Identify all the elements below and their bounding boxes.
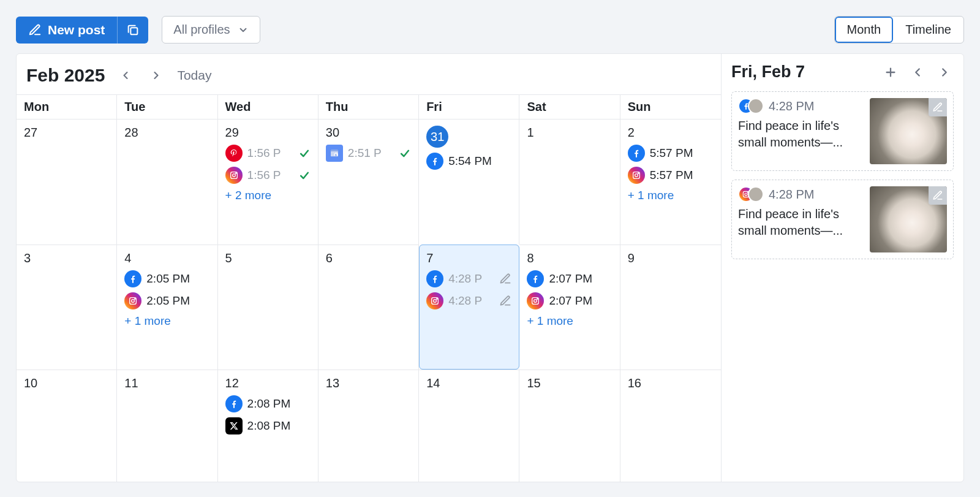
facebook-icon: [225, 395, 243, 412]
dow-label: Fri: [419, 94, 519, 119]
more-events-link[interactable]: + 1 more: [124, 314, 209, 328]
new-post-button[interactable]: New post: [16, 17, 117, 44]
day-cell[interactable]: 122:08 PM2:08 PM: [218, 370, 318, 482]
detail-next-day-button[interactable]: [935, 63, 954, 82]
day-cell[interactable]: 14: [419, 370, 519, 482]
facebook-icon: [426, 270, 443, 287]
calendar-event[interactable]: 2:07 PM: [527, 292, 612, 309]
plus-icon: [884, 66, 897, 79]
calendar-event[interactable]: 2:05 PM: [124, 270, 209, 287]
day-cell[interactable]: 82:07 PM2:07 PM+ 1 more: [519, 245, 620, 370]
day-cell[interactable]: 5: [218, 245, 318, 370]
day-number: 5: [225, 251, 232, 265]
event-time: 2:08 PM: [247, 397, 311, 411]
chevron-right-icon: [938, 66, 951, 79]
day-number: 6: [326, 251, 333, 265]
profiles-dropdown[interactable]: All profiles: [162, 16, 260, 44]
day-cell[interactable]: 28: [117, 119, 217, 245]
calendar-event[interactable]: 5:57 PM: [628, 145, 714, 162]
more-events-link[interactable]: + 1 more: [628, 189, 714, 202]
day-cell[interactable]: 25:57 PM5:57 PM+ 1 more: [620, 119, 721, 245]
post-text: Find peace in life's small moments—...: [738, 118, 864, 151]
chevron-right-icon: [150, 69, 162, 82]
day-cell[interactable]: 27: [17, 119, 117, 245]
add-post-button[interactable]: [881, 63, 900, 82]
edit-post-button[interactable]: [929, 186, 947, 205]
calendar-event[interactable]: 1:56 P: [225, 167, 311, 184]
dow-label: Mon: [17, 94, 117, 119]
calendar-event[interactable]: 4:28 P: [426, 270, 511, 287]
today-link[interactable]: Today: [177, 68, 211, 83]
calendar-event[interactable]: 4:28 P: [426, 292, 511, 309]
calendar-event[interactable]: 2:08 PM: [225, 417, 311, 434]
event-time: 5:57 PM: [650, 169, 714, 182]
pencil-icon: [499, 273, 511, 285]
next-month-button[interactable]: [146, 66, 166, 85]
chevron-left-icon: [911, 66, 924, 79]
edit-post-button[interactable]: [929, 98, 947, 116]
day-cell[interactable]: 16: [620, 370, 721, 482]
day-number: 9: [628, 251, 635, 265]
day-cell[interactable]: 42:05 PM2:05 PM+ 1 more: [117, 245, 217, 370]
more-events-link[interactable]: + 2 more: [225, 189, 311, 202]
event-time: 1:56 P: [247, 146, 293, 160]
day-number: 11: [124, 376, 138, 390]
day-cell[interactable]: 13: [318, 370, 419, 482]
calendar-event[interactable]: 5:54 PM: [426, 153, 511, 170]
new-post-more-button[interactable]: [117, 17, 148, 44]
day-cell[interactable]: 3: [17, 245, 117, 370]
prev-month-button[interactable]: [116, 66, 135, 85]
calendar-event[interactable]: G2:51 P: [326, 145, 411, 162]
toolbar: New post All profiles Month Timeline: [16, 16, 964, 44]
day-number: 15: [527, 376, 540, 390]
day-cell[interactable]: 10: [17, 370, 117, 482]
pencil-icon: [499, 295, 511, 307]
svg-point-22: [745, 193, 747, 195]
dow-label: Sat: [519, 94, 620, 119]
post-card[interactable]: 4:28 PM Find peace in life's small momen…: [731, 180, 954, 259]
facebook-icon: [124, 270, 141, 287]
day-number: 12: [225, 376, 239, 390]
x-icon: [225, 417, 243, 434]
calendar-event[interactable]: 2:08 PM: [225, 395, 311, 412]
avatar-icon: [748, 186, 764, 202]
day-cell[interactable]: 15: [519, 370, 620, 482]
post-card[interactable]: 4:28 PM Find peace in life's small momen…: [731, 91, 954, 171]
detail-prev-day-button[interactable]: [908, 63, 927, 82]
day-number: 4: [124, 251, 131, 265]
svg-point-8: [635, 174, 638, 177]
post-time: 4:28 PM: [769, 188, 814, 202]
svg-point-17: [534, 299, 537, 302]
dow-label: Thu: [318, 94, 419, 119]
day-number: 8: [527, 251, 533, 265]
calendar-event[interactable]: 2:07 PM: [527, 270, 612, 287]
event-time: 5:57 PM: [650, 146, 714, 160]
day-cell[interactable]: 11: [117, 370, 217, 482]
day-cell[interactable]: 291:56 P1:56 P+ 2 more: [218, 119, 318, 245]
svg-text:G: G: [335, 154, 337, 157]
day-cell[interactable]: 9: [620, 245, 721, 370]
svg-point-9: [638, 173, 638, 173]
calendar-event[interactable]: 5:57 PM: [628, 167, 714, 184]
day-cell[interactable]: 315:54 PM: [419, 119, 519, 245]
dow-label: Wed: [218, 94, 318, 119]
day-number: 27: [24, 126, 37, 140]
day-number: 3: [24, 251, 31, 265]
calendar-event[interactable]: 2:05 PM: [124, 292, 209, 309]
view-timeline-button[interactable]: Timeline: [893, 17, 963, 43]
day-cell[interactable]: 1: [519, 119, 620, 245]
pencil-icon: [28, 23, 42, 37]
post-text: Find peace in life's small moments—...: [738, 206, 864, 239]
day-cell[interactable]: 74:28 P4:28 P: [419, 245, 519, 370]
event-time: 2:05 PM: [146, 294, 209, 308]
day-cell[interactable]: 6: [318, 245, 419, 370]
event-time: 2:07 PM: [549, 272, 612, 286]
day-number: 10: [24, 376, 37, 390]
view-month-button[interactable]: Month: [835, 17, 894, 43]
calendar-event[interactable]: 1:56 P: [225, 145, 311, 162]
day-cell[interactable]: 30G2:51 P: [318, 119, 419, 245]
day-number: 29: [225, 126, 239, 140]
more-events-link[interactable]: + 1 more: [527, 314, 612, 328]
svg-rect-0: [131, 28, 138, 34]
copy-icon: [126, 23, 140, 37]
